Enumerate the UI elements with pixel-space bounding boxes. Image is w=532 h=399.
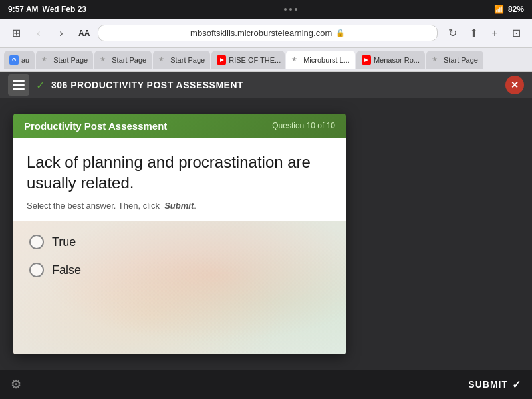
back-button[interactable]: ‹ — [29, 24, 48, 43]
instruction-prefix: Select the best answer. Then, click — [27, 201, 160, 211]
tab-start1[interactable]: ★ Start Page — [36, 51, 93, 69]
tab-start3[interactable]: ★ Start Page — [153, 51, 210, 69]
tab-favicon-micro: ★ — [291, 55, 301, 65]
tab-label-start2: Start Page — [112, 56, 146, 64]
url-text: mbsoftskills.microburstelearning.com — [190, 28, 332, 38]
status-right: 📶 82% — [494, 5, 524, 14]
assessment-check-icon: ✓ — [36, 79, 45, 92]
answers-area: True False — [13, 221, 346, 354]
browser-toolbar: ⊞ ‹ › AA mbsoftskills.microburstelearnin… — [0, 19, 532, 48]
tab-label-g: au — [21, 56, 29, 64]
question-counter: Question 10 of 10 — [272, 121, 335, 130]
tab-favicon-star2: ★ — [100, 55, 109, 65]
text-size-button[interactable]: AA — [76, 29, 92, 38]
dots-indicator — [284, 8, 297, 11]
submit-button[interactable]: SUBMIT ✓ — [468, 378, 521, 391]
submit-label: SUBMIT — [468, 379, 508, 390]
tab-favicon-yt2: ▶ — [362, 55, 371, 65]
question-text: Lack of planning and procrastination are… — [27, 152, 332, 193]
time-display: 9:57 AM — [8, 5, 39, 14]
tab-label-rise: RISE OF THE... — [229, 56, 281, 64]
lock-icon: 🔒 — [336, 29, 345, 37]
answer-label-true: True — [52, 235, 76, 249]
address-bar[interactable]: mbsoftskills.microburstelearning.com 🔒 — [98, 25, 438, 41]
answer-option-false[interactable]: False — [29, 263, 330, 277]
date-display: Wed Feb 23 — [43, 5, 86, 14]
answer-label-false: False — [52, 263, 81, 277]
battery-display: 82% — [508, 5, 524, 14]
browser-controls: ⊞ ‹ › — [7, 24, 70, 43]
radio-false[interactable] — [29, 263, 44, 277]
hamburger-line-2 — [13, 84, 25, 86]
sidebar-toggle-button[interactable]: ⊞ — [7, 24, 25, 43]
hamburger-line-3 — [13, 88, 25, 90]
page-layout: 9:57 AM Wed Feb 23 📶 82% ⊞ ‹ › AA mbsoft… — [0, 0, 532, 399]
tab-g[interactable]: G au — [4, 51, 35, 69]
tab-label-start1: Start Page — [53, 56, 88, 64]
tab-label-micro: Microburst L... — [303, 56, 350, 64]
tabs-bar: G au ★ Start Page ★ Start Page ★ Start P… — [0, 48, 532, 72]
submit-word: Submit — [164, 201, 194, 211]
tab-favicon-star1: ★ — [41, 55, 51, 65]
quiz-card: Productivity Post Assessment Question 10… — [13, 114, 346, 354]
close-button[interactable]: ✕ — [505, 76, 524, 94]
tab-rise[interactable]: ▶ RISE OF THE... — [211, 51, 285, 69]
answer-option-true[interactable]: True — [29, 235, 330, 249]
tab-start2[interactable]: ★ Start Page — [94, 51, 152, 69]
gear-icon[interactable]: ⚙ — [11, 377, 21, 392]
tab-favicon-star4: ★ — [432, 55, 441, 65]
status-left: 9:57 AM Wed Feb 23 — [8, 5, 86, 14]
app-bar: ✓ 306 PRODUCTIVITY POST ASSESSMENT ✕ — [0, 72, 532, 98]
tab-label-menasor: Menasor Ro... — [374, 56, 420, 64]
hamburger-button[interactable] — [8, 74, 29, 96]
wifi-icon: 📶 — [494, 5, 504, 14]
new-tab-button[interactable]: + — [485, 24, 504, 43]
quiz-title: Productivity Post Assessment — [24, 120, 167, 132]
tab-microburst[interactable]: ★ Microburst L... — [286, 51, 355, 69]
tab-favicon-star3: ★ — [158, 55, 168, 65]
app-title: 306 PRODUCTIVITY POST ASSESSMENT — [51, 80, 243, 90]
quiz-question-area: Lack of planning and procrastination are… — [13, 138, 346, 221]
main-content: Productivity Post Assessment Question 10… — [0, 98, 532, 370]
tab-label-start4: Start Page — [444, 56, 478, 64]
close-icon: ✕ — [511, 80, 519, 90]
radio-true[interactable] — [29, 235, 44, 249]
quiz-header: Productivity Post Assessment Question 10… — [13, 114, 346, 138]
instruction-text: Select the best answer. Then, click Subm… — [27, 201, 332, 211]
submit-check-icon: ✓ — [512, 378, 521, 391]
hamburger-line-1 — [13, 80, 25, 82]
share-button[interactable]: ⬆ — [464, 24, 483, 43]
reload-button[interactable]: ↻ — [443, 24, 462, 43]
tab-label-start3: Start Page — [170, 56, 205, 64]
tabs-button[interactable]: ⊡ — [507, 24, 525, 43]
bottom-bar: ⚙ SUBMIT ✓ — [0, 370, 532, 399]
status-bar: 9:57 AM Wed Feb 23 📶 82% — [0, 0, 532, 19]
browser-actions: ↻ ⬆ + ⊡ — [443, 24, 525, 43]
forward-button[interactable]: › — [52, 24, 70, 43]
tab-favicon-yt1: ▶ — [217, 55, 226, 65]
tab-start4[interactable]: ★ Start Page — [426, 51, 483, 69]
tab-favicon-g: G — [9, 55, 19, 65]
tab-menasor[interactable]: ▶ Menasor Ro... — [356, 51, 425, 69]
